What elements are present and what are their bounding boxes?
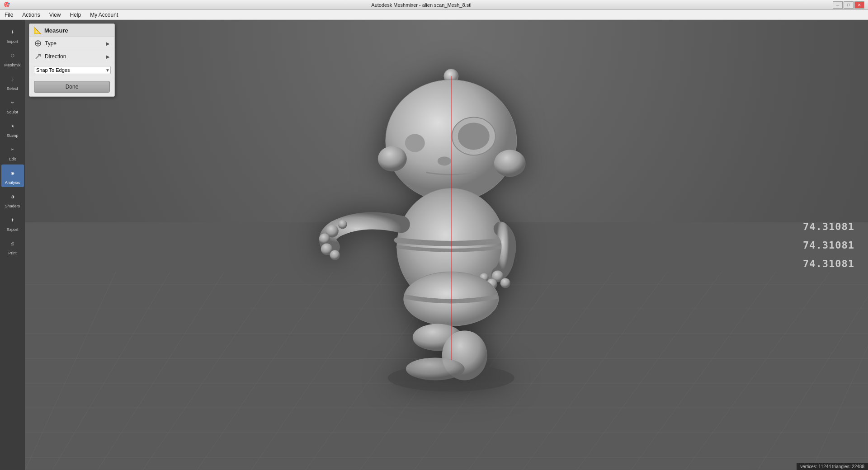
svg-point-39 xyxy=(319,233,330,244)
svg-point-50 xyxy=(406,357,465,380)
svg-point-35 xyxy=(438,156,451,165)
sidebar-item-print[interactable]: 🖨Print xyxy=(1,235,24,258)
svg-point-31 xyxy=(494,150,526,177)
sidebar-item-edit[interactable]: ✂Edit xyxy=(1,141,24,164)
measurement-value-3: 74.31081 xyxy=(803,258,854,269)
sidebar-label-import: Import xyxy=(7,39,19,44)
svg-point-34 xyxy=(405,134,425,152)
measurements-overlay: 74.31081 74.31081 74.31081 xyxy=(803,221,854,269)
sidebar-item-shaders[interactable]: ◑Shaders xyxy=(1,188,24,211)
type-row-label: Type xyxy=(34,39,57,47)
sidebar-label-sculpt: Sculpt xyxy=(7,110,18,114)
snap-to-edges-select[interactable]: Snap To EdgesNo SnapSnap To Vertices xyxy=(34,66,111,74)
type-arrow-icon: ▶ xyxy=(106,41,110,46)
maximize-button[interactable]: □ xyxy=(844,1,854,9)
print-icon: 🖨 xyxy=(6,237,19,250)
sidebar-label-edit: Edit xyxy=(9,157,16,161)
sidebar-item-import[interactable]: ⬇Import xyxy=(1,24,24,46)
measurement-value-2: 74.31081 xyxy=(803,240,854,251)
import-icon: ⬇ xyxy=(6,26,19,38)
sidebar: ⬇Import⬡Meshmix⬦Select✏Sculpt★Stamp✂Edit… xyxy=(0,20,25,470)
sidebar-label-export: Export xyxy=(6,227,18,232)
export-icon: ⬆ xyxy=(6,214,19,226)
3d-model xyxy=(25,20,868,470)
menu-item-view[interactable]: View xyxy=(45,11,66,19)
main-layout: ⬇Import⬡Meshmix⬦Select✏Sculpt★Stamp✂Edit… xyxy=(0,20,868,470)
sidebar-label-stamp: Stamp xyxy=(6,133,18,138)
menu-item-actions[interactable]: Actions xyxy=(18,11,44,19)
sidebar-item-analysis[interactable]: ◉Analysis xyxy=(1,164,24,187)
sidebar-label-meshmix: Meshmix xyxy=(4,63,20,67)
sidebar-item-stamp[interactable]: ★Stamp xyxy=(1,118,24,140)
statusbar: vertices: 11244 triangles: 22488 xyxy=(797,463,868,470)
type-icon xyxy=(34,39,42,47)
sidebar-item-select[interactable]: ⬦Select xyxy=(1,70,24,93)
measure-panel-header: 📐 Measure xyxy=(29,24,114,37)
menu-item-my-account[interactable]: My Account xyxy=(85,11,123,19)
titlebar: 🎯 Autodesk Meshmixer - alien scan_Mesh_8… xyxy=(0,0,868,10)
measure-panel-title: Measure xyxy=(44,27,68,34)
svg-point-42 xyxy=(338,220,347,229)
sidebar-label-select: Select xyxy=(7,86,18,91)
close-button[interactable]: ✕ xyxy=(854,1,864,9)
svg-line-55 xyxy=(36,54,40,59)
statusbar-text: vertices: 11244 triangles: 22488 xyxy=(800,464,864,469)
svg-point-30 xyxy=(378,146,407,171)
minimize-button[interactable]: ─ xyxy=(833,1,843,9)
sidebar-label-shaders: Shaders xyxy=(5,204,20,208)
app-icon: 🎯 xyxy=(4,2,10,8)
sidebar-item-meshmix[interactable]: ⬡Meshmix xyxy=(1,47,24,70)
alien-model xyxy=(318,52,598,405)
menubar: FileActionsViewHelpMy Account xyxy=(0,10,868,20)
window-controls: ─ □ ✕ xyxy=(833,1,864,9)
sidebar-label-analysis: Analysis xyxy=(5,180,20,185)
menu-item-help[interactable]: Help xyxy=(66,11,86,19)
direction-row-label: Direction xyxy=(34,52,66,61)
type-row[interactable]: Type ▶ xyxy=(29,37,114,50)
sculpt-icon: ✏ xyxy=(6,96,19,109)
edit-icon: ✂ xyxy=(6,143,19,156)
measurement-value-1: 74.31081 xyxy=(803,221,854,232)
select-icon: ⬦ xyxy=(6,73,19,85)
direction-arrow-icon: ▶ xyxy=(106,54,110,59)
meshmix-icon: ⬡ xyxy=(6,49,19,62)
viewport[interactable]: 📐 Measure Type ▶ xyxy=(25,20,868,470)
stamp-icon: ★ xyxy=(6,120,19,132)
svg-point-33 xyxy=(458,122,490,150)
measure-panel: 📐 Measure Type ▶ xyxy=(29,24,115,97)
analysis-icon: ◉ xyxy=(6,167,19,179)
snap-row: Snap To EdgesNo SnapSnap To Vertices ▼ xyxy=(29,63,114,77)
done-button[interactable]: Done xyxy=(34,81,110,93)
sidebar-item-sculpt[interactable]: ✏Sculpt xyxy=(1,94,24,117)
measure-icon: 📐 xyxy=(34,27,42,34)
menu-item-file[interactable]: File xyxy=(0,11,18,19)
sidebar-item-export[interactable]: ⬆Export xyxy=(1,212,24,234)
direction-icon xyxy=(34,52,42,61)
svg-point-41 xyxy=(330,250,340,260)
direction-row[interactable]: Direction ▶ xyxy=(29,50,114,63)
window-title: Autodesk Meshmixer - alien scan_Mesh_8.s… xyxy=(10,2,833,8)
shaders-icon: ◑ xyxy=(6,190,19,203)
svg-point-44 xyxy=(500,278,510,288)
sidebar-label-print: Print xyxy=(8,251,17,255)
